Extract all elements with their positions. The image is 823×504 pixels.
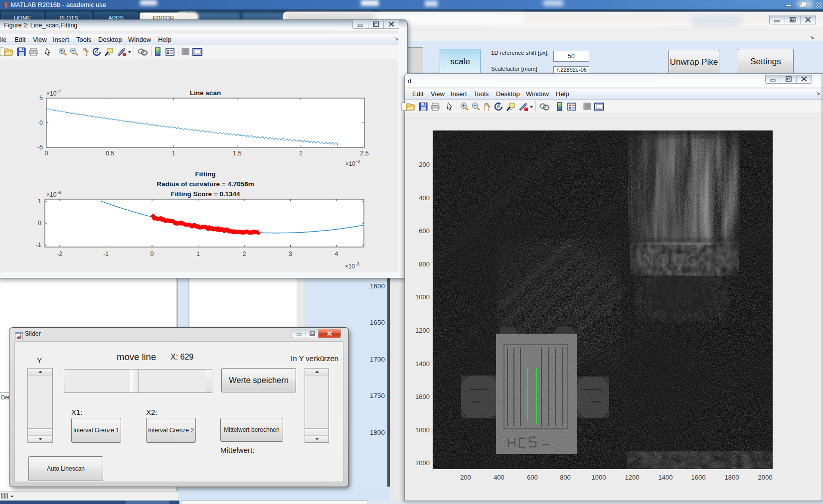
svg-text:2: 2 (299, 150, 303, 157)
svg-text:Line scan: Line scan (190, 89, 221, 97)
svg-text:0: 0 (38, 220, 41, 227)
svg-text:0: 0 (151, 251, 154, 257)
svg-text:1.5: 1.5 (233, 150, 241, 157)
svg-text:×10: ×10 (46, 90, 57, 97)
svg-text:×10: ×10 (46, 191, 57, 198)
svg-text:1: 1 (196, 251, 200, 257)
svg-text:-3: -3 (355, 261, 359, 266)
svg-text:4: 4 (335, 251, 338, 257)
svg-text:Radius of curvature = 4.7056m: Radius of curvature = 4.7056m (157, 180, 254, 188)
svg-text:-2: -2 (57, 251, 62, 257)
svg-text:Fitting Score = 0.1344: Fitting Score = 0.1344 (170, 190, 240, 198)
svg-text:×10: ×10 (345, 263, 355, 270)
svg-text:-5: -5 (37, 144, 43, 151)
svg-text:0: 0 (45, 150, 48, 157)
svg-text:0: 0 (39, 120, 43, 126)
svg-text:×10: ×10 (345, 160, 356, 167)
svg-text:2: 2 (243, 251, 246, 257)
svg-text:3: 3 (289, 251, 292, 257)
svg-text:5: 5 (39, 95, 43, 102)
svg-text:-7: -7 (57, 89, 61, 94)
svg-text:-3: -3 (356, 159, 360, 164)
svg-text:1: 1 (38, 198, 41, 205)
svg-text:1: 1 (172, 150, 175, 157)
svg-text:Fitting: Fitting (195, 170, 215, 178)
svg-text:2.5: 2.5 (360, 150, 368, 157)
svg-text:0.5: 0.5 (106, 150, 114, 157)
svg-text:-6: -6 (57, 190, 61, 195)
svg-text:-1: -1 (103, 251, 109, 257)
svg-text:-1: -1 (36, 242, 41, 249)
